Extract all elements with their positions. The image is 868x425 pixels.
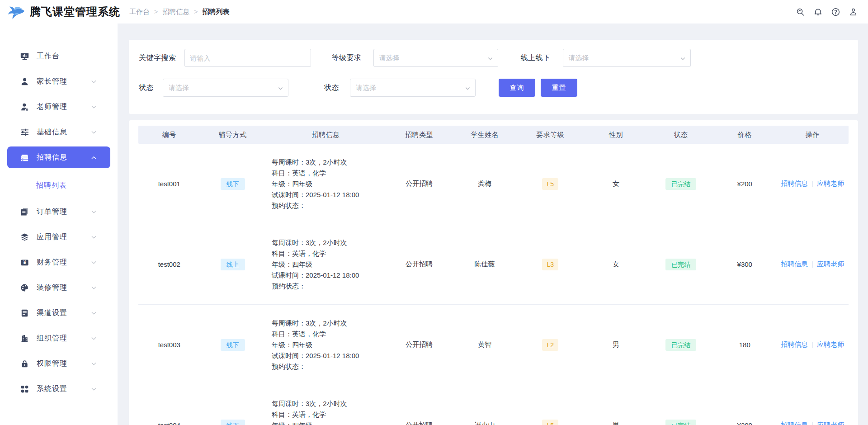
reset-button[interactable]: 重置 (541, 79, 577, 97)
cell-info: 每周课时：3次，2小时次科目：英语，化学年级：四年级试课时间：2025-01-1… (265, 318, 386, 372)
sidebar-item-dashboard[interactable]: 工作台 (7, 45, 110, 67)
chevron-down-icon (91, 104, 97, 110)
sidebar-item-label: 权限管理 (37, 359, 67, 368)
sidebar-item-label: 家长管理 (37, 77, 67, 86)
column-header-1: 编号 (138, 131, 200, 139)
orders-icon (20, 207, 29, 216)
apply-teacher-link[interactable]: 应聘老师 (817, 421, 844, 425)
bird-logo-icon (8, 4, 26, 20)
cell-actions: 招聘信息|应聘老师 (776, 260, 849, 269)
sidebar-item-apps[interactable]: 应用管理 (7, 226, 110, 248)
topbar-icons (795, 7, 868, 17)
status2-select[interactable]: 请选择 (350, 79, 476, 97)
mode-select[interactable]: 请选择 (563, 49, 691, 67)
action-divider: | (811, 260, 813, 268)
sidebar-item-finance[interactable]: ¥财务管理 (7, 251, 110, 273)
sidebar-item-label: 装修管理 (37, 283, 67, 293)
cell-level: L5 (517, 178, 583, 190)
sidebar-item-palette[interactable]: 装修管理 (7, 277, 110, 298)
chevron-down-icon (680, 55, 686, 61)
help-icon[interactable] (830, 7, 840, 17)
sidebar-item-database[interactable]: 招聘信息 (7, 146, 110, 168)
column-header-6: 要求等级 (517, 131, 583, 139)
chevron-down-icon (91, 129, 97, 135)
column-header-8: 状态 (649, 131, 713, 139)
app-title: 腾飞课堂管理系统 (30, 5, 120, 19)
teacher-icon (20, 102, 29, 111)
recruit-info-link[interactable]: 招聘信息 (781, 340, 808, 348)
column-header-3: 招聘信息 (265, 131, 386, 139)
sidebar-subitem-recruit-list[interactable]: 招聘列表 (0, 176, 118, 194)
sidebar-item-teacher[interactable]: 老师管理 (7, 96, 110, 118)
table-row: test004线下每周课时：3次，2小时次科目：英语，化学年级：四年级试课时间：… (138, 385, 849, 425)
settings-icon (20, 384, 29, 393)
recruit-info-link[interactable]: 招聘信息 (781, 179, 808, 187)
cell-gender: 男 (583, 421, 648, 425)
chevron-down-icon (91, 234, 97, 240)
apply-teacher-link[interactable]: 应聘老师 (817, 340, 844, 348)
recruit-table-card: 编号辅导方式招聘信息招聘类型学生姓名要求等级性别状态价格操作 test001线下… (129, 120, 858, 425)
app-logo: 腾飞课堂管理系统 (0, 4, 121, 20)
apply-teacher-link[interactable]: 应聘老师 (817, 260, 844, 268)
action-divider: | (811, 340, 813, 348)
cell-status: 已完结 (649, 339, 713, 351)
cell-price: ¥200 (713, 180, 776, 188)
sidebar-item-orders[interactable]: 订单管理 (7, 201, 110, 222)
cell-id: test003 (138, 341, 200, 349)
status1-select[interactable]: 请选择 (163, 79, 288, 97)
sidebar-item-label: 订单管理 (37, 207, 67, 217)
main-content: 关键字搜索 等级要求 请选择 线上线下 请选择 (118, 24, 868, 425)
cell-gender: 女 (583, 179, 648, 188)
filter-panel: 关键字搜索 等级要求 请选择 线上线下 请选择 (129, 40, 858, 114)
breadcrumb-item-1[interactable]: 工作台 (129, 8, 150, 16)
level-label: 等级要求 (332, 53, 362, 63)
level-select[interactable]: 请选择 (373, 49, 498, 67)
dashboard-icon (20, 52, 29, 61)
sidebar-item-channel[interactable]: 渠道设置 (7, 302, 110, 324)
keyword-control (184, 49, 311, 67)
sidebar-item-org[interactable]: 组织管理 (7, 327, 110, 349)
breadcrumb-item-2[interactable]: 招聘信息 (162, 8, 189, 16)
search-button[interactable]: 查询 (499, 79, 535, 97)
svg-text:¥: ¥ (23, 260, 26, 265)
cell-method: 线下 (200, 178, 265, 190)
breadcrumb: 工作台>招聘信息>招聘列表 (129, 8, 229, 16)
cell-info: 每周课时：3次，2小时次科目：英语，化学年级：四年级试课时间：2025-01-1… (265, 237, 386, 292)
cell-price: ¥200 (713, 421, 776, 425)
action-divider: | (811, 421, 813, 425)
cell-method: 线上 (200, 259, 265, 270)
sidebar-item-lock[interactable]: 权限管理 (7, 353, 110, 374)
status2-label: 状态 (324, 83, 339, 93)
cell-level: L5 (517, 420, 583, 425)
user-icon[interactable] (848, 7, 858, 17)
cell-price: 180 (713, 341, 776, 349)
column-header-5: 学生姓名 (452, 131, 517, 139)
column-header-10: 操作 (776, 131, 849, 139)
sidebar-item-parent[interactable]: 家长管理 (7, 71, 110, 92)
cell-id: test001 (138, 180, 200, 188)
cell-actions: 招聘信息|应聘老师 (776, 340, 849, 349)
chevron-down-icon (465, 85, 471, 91)
breadcrumb-item-3: 招聘列表 (202, 8, 229, 16)
breadcrumb-separator: > (154, 8, 158, 15)
keyword-input[interactable] (184, 49, 311, 67)
cell-method: 线下 (200, 420, 265, 425)
finance-icon: ¥ (20, 258, 29, 267)
mode-select-wrap: 请选择 (563, 49, 691, 67)
topbar: 腾飞课堂管理系统 工作台>招聘信息>招聘列表 (0, 0, 868, 24)
column-header-9: 价格 (713, 131, 776, 139)
apply-teacher-link[interactable]: 应聘老师 (817, 179, 844, 187)
sidebar-item-settings[interactable]: 系统设置 (7, 378, 110, 400)
sidebar-item-label: 系统设置 (37, 384, 67, 394)
cell-student: 黄智 (452, 340, 517, 349)
sidebar-item-sliders[interactable]: 基础信息 (7, 121, 110, 143)
recruit-info-link[interactable]: 招聘信息 (781, 421, 808, 425)
chevron-down-icon (91, 260, 97, 265)
status-badge: 已完结 (665, 259, 696, 270)
status2-select-wrap: 请选择 (350, 79, 476, 97)
recruit-info-link[interactable]: 招聘信息 (781, 260, 808, 268)
sidebar-item-label: 基础信息 (37, 128, 67, 137)
method-badge: 线上 (221, 259, 245, 270)
search-icon[interactable] (795, 7, 805, 17)
bell-icon[interactable] (813, 7, 823, 17)
